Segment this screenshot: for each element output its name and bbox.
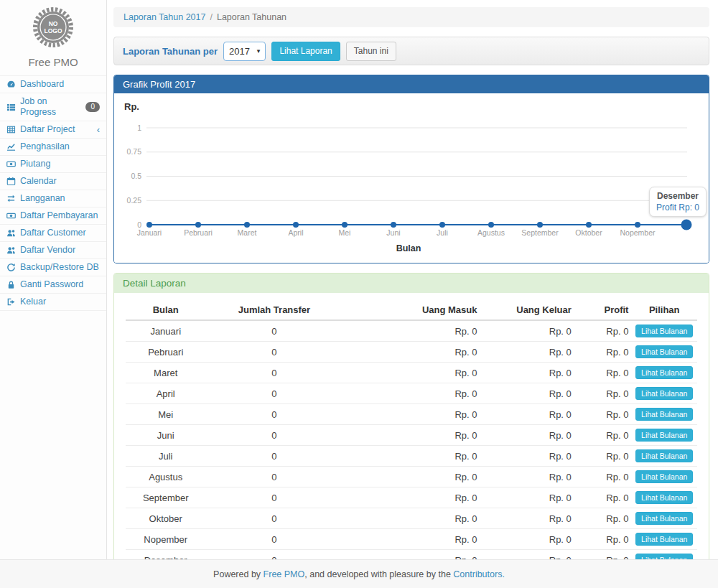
cell-uang-keluar: Rp. 0 [480,320,574,342]
view-monthly-button[interactable]: Lihat Bulanan [635,449,693,462]
chart-area: 00.250.50.751JanuariPebruariMaretAprilMe… [114,93,709,263]
cell-jumlah-transfer: 0 [205,404,342,425]
sidebar-item-backup-restore-db[interactable]: Backup/Restore DB [0,259,106,276]
view-monthly-button[interactable]: Lihat Bulanan [635,345,693,358]
this-year-button[interactable]: Tahun ini [346,42,396,61]
sidebar-item-daftar-vendor[interactable]: Daftar Vendor [0,242,106,259]
sidebar-item-label: Keluar [20,297,46,307]
table-row: Mei0Rp. 0Rp. 0Rp. 0Lihat Bulanan [126,404,697,425]
table-header-row: Bulan Jumlah Transfer Uang Masuk Uang Ke… [126,300,697,320]
col-bulan: Bulan [126,300,205,320]
sidebar-item-label: Ganti Password [20,279,83,290]
sidebar-item-keluar[interactable]: Keluar [0,294,106,311]
cell-bulan: Juni [126,425,205,446]
cell-bulan: Mei [126,404,205,425]
view-monthly-button[interactable]: Lihat Bulanan [635,325,693,337]
cell-profit: Rp. 0 [574,383,632,404]
cell-uang-masuk: Rp. 0 [342,508,480,529]
cell-bulan: Nopember [126,529,205,550]
view-monthly-button[interactable]: Lihat Bulanan [635,470,693,483]
retweet-icon [6,194,16,203]
sidebar-item-daftar-customer[interactable]: Daftar Customer [0,225,106,242]
sign-out-icon [6,297,16,307]
table-row: Juni0Rp. 0Rp. 0Rp. 0Lihat Bulanan [126,425,697,446]
money-icon [6,211,16,220]
sidebar-item-label: Job on Progress [20,96,81,118]
profit-line-chart: 00.250.50.751JanuariPebruariMaretAprilMe… [114,93,709,263]
detail-report-panel: Detail Laporan Bulan Jumlah Transfer Uan… [113,273,709,588]
sidebar-item-langganan[interactable]: Langganan [0,190,106,207]
svg-text:NO: NO [49,20,58,27]
cell-bulan: Januari [126,320,205,342]
sidebar-item-label: Calendar [20,176,57,187]
lock-icon [6,280,16,289]
cell-jumlah-transfer: 0 [205,508,342,529]
cell-profit: Rp. 0 [574,529,632,550]
cell-bulan: September [126,487,205,508]
cell-uang-keluar: Rp. 0 [480,363,574,383]
cell-profit: Rp. 0 [574,363,632,383]
sidebar-item-calendar[interactable]: Calendar [0,173,106,190]
brand-name: Free PMO [0,56,106,68]
report-filter-bar: Laporan Tahunan per 2017 ▾ Lihat Laporan… [113,37,709,65]
view-monthly-button[interactable]: Lihat Bulanan [635,533,693,546]
cell-uang-masuk: Rp. 0 [342,487,480,508]
chart-panel-title: Grafik Profit 2017 [114,75,709,93]
view-monthly-button[interactable]: Lihat Bulanan [635,512,693,525]
view-monthly-button[interactable]: Lihat Bulanan [635,387,693,400]
cell-jumlah-transfer: 0 [205,363,342,383]
view-monthly-button[interactable]: Lihat Bulanan [635,366,693,379]
svg-text:1: 1 [137,123,141,132]
cell-uang-keluar: Rp. 0 [480,404,574,425]
svg-text:Juli: Juli [437,228,448,237]
sidebar-item-daftar-pembayaran[interactable]: Daftar Pembayaran [0,207,106,225]
contributors-link[interactable]: Contributors. [453,569,505,579]
col-uang-masuk: Uang Masuk [342,300,480,320]
cell-uang-keluar: Rp. 0 [480,508,574,529]
cell-uang-masuk: Rp. 0 [342,446,480,467]
year-select[interactable]: 2017 ▾ [223,42,266,61]
col-jumlah-transfer: Jumlah Transfer [205,300,342,320]
sidebar-item-ganti-password[interactable]: Ganti Password [0,276,106,294]
cell-jumlah-transfer: 0 [205,342,342,363]
sidebar-item-penghasilan[interactable]: Penghasilan [0,139,106,156]
cell-profit: Rp. 0 [574,508,632,529]
cell-jumlah-transfer: 0 [205,425,342,446]
dashboard-icon [6,80,16,89]
cell-profit: Rp. 0 [574,404,632,425]
detail-panel-title: Detail Laporan [114,274,709,293]
cell-bulan: April [126,383,205,404]
cell-uang-masuk: Rp. 0 [342,363,480,383]
cell-jumlah-transfer: 0 [205,320,342,342]
tooltip-month: Desember [656,191,699,201]
table-row: Maret0Rp. 0Rp. 0Rp. 0Lihat Bulanan [126,363,697,383]
view-monthly-button[interactable]: Lihat Bulanan [635,491,693,504]
svg-text:Maret: Maret [238,228,257,237]
view-monthly-button[interactable]: Lihat Bulanan [635,429,693,442]
breadcrumb-current: Laporan Tahunan [217,12,286,22]
breadcrumb-link[interactable]: Laporan Tahun 2017 [123,12,205,22]
users-icon [6,228,16,238]
view-monthly-button[interactable]: Lihat Bulanan [635,408,693,421]
cell-jumlah-transfer: 0 [205,467,342,487]
free-pmo-link[interactable]: Free PMO [264,569,305,579]
app-window: NO LOGO Free PMO DashboardJob on Progres… [0,0,718,588]
cell-jumlah-transfer: 0 [205,383,342,404]
profit-chart-panel: Grafik Profit 2017 00.250.50.751JanuariP… [113,75,709,263]
svg-text:0.25: 0.25 [127,196,142,205]
sidebar-item-dashboard[interactable]: Dashboard [0,76,106,93]
sidebar-item-job-on-progress[interactable]: Job on Progress0 [0,93,106,121]
view-report-button[interactable]: Lihat Laporan [271,42,340,61]
sidebar-item-label: Daftar Project [20,124,75,135]
cell-profit: Rp. 0 [574,425,632,446]
sidebar-item-daftar-project[interactable]: Daftar Project‹ [0,121,106,139]
svg-text:September: September [521,228,559,237]
cell-bulan: Agustus [126,467,205,487]
footer-text-prefix: Powered by [213,569,263,579]
list-icon [6,103,16,112]
cell-uang-keluar: Rp. 0 [480,529,574,550]
cell-jumlah-transfer: 0 [205,446,342,467]
sidebar-item-piutang[interactable]: Piutang [0,156,106,173]
cell-profit: Rp. 0 [574,487,632,508]
cell-uang-keluar: Rp. 0 [480,425,574,446]
